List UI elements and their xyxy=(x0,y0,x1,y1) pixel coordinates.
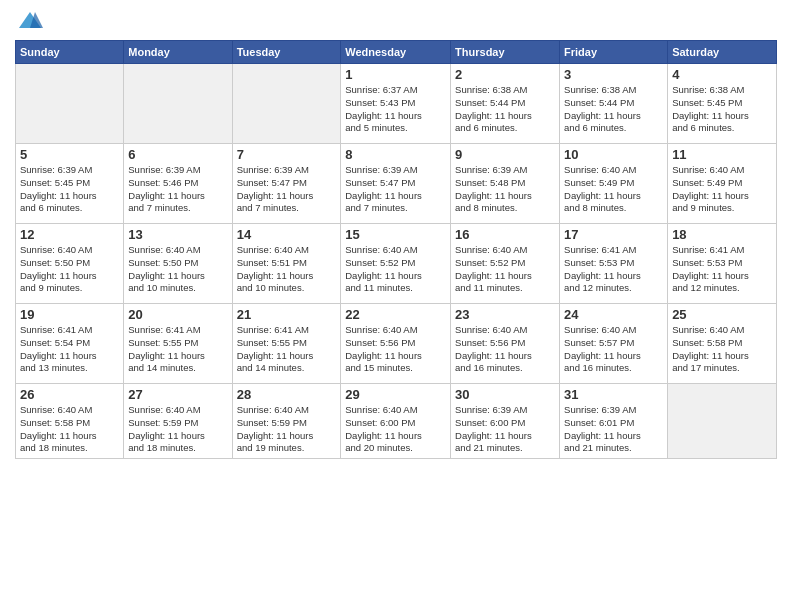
day-number: 23 xyxy=(455,307,555,322)
day-number: 6 xyxy=(128,147,227,162)
day-number: 26 xyxy=(20,387,119,402)
weekday-header-thursday: Thursday xyxy=(451,41,560,64)
day-info: Sunrise: 6:38 AMSunset: 5:45 PMDaylight:… xyxy=(672,84,772,135)
day-info: Sunrise: 6:37 AMSunset: 5:43 PMDaylight:… xyxy=(345,84,446,135)
calendar-day-cell: 25Sunrise: 6:40 AMSunset: 5:58 PMDayligh… xyxy=(668,304,777,384)
calendar-day-cell: 21Sunrise: 6:41 AMSunset: 5:55 PMDayligh… xyxy=(232,304,341,384)
calendar-day-cell: 24Sunrise: 6:40 AMSunset: 5:57 PMDayligh… xyxy=(560,304,668,384)
day-info: Sunrise: 6:40 AMSunset: 5:56 PMDaylight:… xyxy=(345,324,446,375)
page-header xyxy=(15,10,777,32)
day-info: Sunrise: 6:40 AMSunset: 6:00 PMDaylight:… xyxy=(345,404,446,455)
calendar-day-cell: 30Sunrise: 6:39 AMSunset: 6:00 PMDayligh… xyxy=(451,384,560,459)
day-number: 4 xyxy=(672,67,772,82)
day-info: Sunrise: 6:41 AMSunset: 5:53 PMDaylight:… xyxy=(672,244,772,295)
calendar-day-cell: 9Sunrise: 6:39 AMSunset: 5:48 PMDaylight… xyxy=(451,144,560,224)
calendar-day-cell: 27Sunrise: 6:40 AMSunset: 5:59 PMDayligh… xyxy=(124,384,232,459)
day-number: 7 xyxy=(237,147,337,162)
calendar-day-cell: 22Sunrise: 6:40 AMSunset: 5:56 PMDayligh… xyxy=(341,304,451,384)
day-number: 25 xyxy=(672,307,772,322)
day-info: Sunrise: 6:41 AMSunset: 5:54 PMDaylight:… xyxy=(20,324,119,375)
day-number: 19 xyxy=(20,307,119,322)
day-info: Sunrise: 6:40 AMSunset: 5:49 PMDaylight:… xyxy=(564,164,663,215)
calendar-table: SundayMondayTuesdayWednesdayThursdayFrid… xyxy=(15,40,777,459)
calendar-day-cell: 6Sunrise: 6:39 AMSunset: 5:46 PMDaylight… xyxy=(124,144,232,224)
day-number: 16 xyxy=(455,227,555,242)
day-info: Sunrise: 6:39 AMSunset: 6:00 PMDaylight:… xyxy=(455,404,555,455)
calendar-week-5: 26Sunrise: 6:40 AMSunset: 5:58 PMDayligh… xyxy=(16,384,777,459)
weekday-header-friday: Friday xyxy=(560,41,668,64)
calendar-day-cell xyxy=(668,384,777,459)
calendar-day-cell: 19Sunrise: 6:41 AMSunset: 5:54 PMDayligh… xyxy=(16,304,124,384)
day-number: 24 xyxy=(564,307,663,322)
day-number: 12 xyxy=(20,227,119,242)
day-info: Sunrise: 6:41 AMSunset: 5:53 PMDaylight:… xyxy=(564,244,663,295)
day-number: 21 xyxy=(237,307,337,322)
calendar-day-cell: 20Sunrise: 6:41 AMSunset: 5:55 PMDayligh… xyxy=(124,304,232,384)
weekday-header-sunday: Sunday xyxy=(16,41,124,64)
day-info: Sunrise: 6:39 AMSunset: 6:01 PMDaylight:… xyxy=(564,404,663,455)
weekday-header-saturday: Saturday xyxy=(668,41,777,64)
day-info: Sunrise: 6:40 AMSunset: 5:52 PMDaylight:… xyxy=(345,244,446,295)
calendar-day-cell: 11Sunrise: 6:40 AMSunset: 5:49 PMDayligh… xyxy=(668,144,777,224)
weekday-header-row: SundayMondayTuesdayWednesdayThursdayFrid… xyxy=(16,41,777,64)
day-info: Sunrise: 6:41 AMSunset: 5:55 PMDaylight:… xyxy=(128,324,227,375)
calendar-day-cell xyxy=(16,64,124,144)
day-info: Sunrise: 6:40 AMSunset: 5:50 PMDaylight:… xyxy=(20,244,119,295)
day-number: 2 xyxy=(455,67,555,82)
calendar-day-cell: 26Sunrise: 6:40 AMSunset: 5:58 PMDayligh… xyxy=(16,384,124,459)
day-info: Sunrise: 6:40 AMSunset: 5:59 PMDaylight:… xyxy=(237,404,337,455)
weekday-header-monday: Monday xyxy=(124,41,232,64)
calendar-day-cell: 14Sunrise: 6:40 AMSunset: 5:51 PMDayligh… xyxy=(232,224,341,304)
day-info: Sunrise: 6:40 AMSunset: 5:58 PMDaylight:… xyxy=(20,404,119,455)
calendar-day-cell: 1Sunrise: 6:37 AMSunset: 5:43 PMDaylight… xyxy=(341,64,451,144)
calendar-day-cell xyxy=(232,64,341,144)
day-number: 8 xyxy=(345,147,446,162)
day-number: 27 xyxy=(128,387,227,402)
logo xyxy=(15,10,41,32)
day-number: 10 xyxy=(564,147,663,162)
day-info: Sunrise: 6:40 AMSunset: 5:52 PMDaylight:… xyxy=(455,244,555,295)
calendar-day-cell: 18Sunrise: 6:41 AMSunset: 5:53 PMDayligh… xyxy=(668,224,777,304)
day-info: Sunrise: 6:39 AMSunset: 5:45 PMDaylight:… xyxy=(20,164,119,215)
calendar-day-cell: 5Sunrise: 6:39 AMSunset: 5:45 PMDaylight… xyxy=(16,144,124,224)
day-number: 20 xyxy=(128,307,227,322)
calendar-day-cell: 15Sunrise: 6:40 AMSunset: 5:52 PMDayligh… xyxy=(341,224,451,304)
day-info: Sunrise: 6:40 AMSunset: 5:59 PMDaylight:… xyxy=(128,404,227,455)
calendar-day-cell: 17Sunrise: 6:41 AMSunset: 5:53 PMDayligh… xyxy=(560,224,668,304)
day-number: 18 xyxy=(672,227,772,242)
day-number: 31 xyxy=(564,387,663,402)
day-number: 29 xyxy=(345,387,446,402)
day-number: 22 xyxy=(345,307,446,322)
calendar-day-cell: 13Sunrise: 6:40 AMSunset: 5:50 PMDayligh… xyxy=(124,224,232,304)
day-number: 1 xyxy=(345,67,446,82)
day-info: Sunrise: 6:40 AMSunset: 5:57 PMDaylight:… xyxy=(564,324,663,375)
day-number: 15 xyxy=(345,227,446,242)
day-info: Sunrise: 6:39 AMSunset: 5:46 PMDaylight:… xyxy=(128,164,227,215)
calendar-week-4: 19Sunrise: 6:41 AMSunset: 5:54 PMDayligh… xyxy=(16,304,777,384)
calendar-week-1: 1Sunrise: 6:37 AMSunset: 5:43 PMDaylight… xyxy=(16,64,777,144)
logo-icon xyxy=(17,10,43,32)
day-info: Sunrise: 6:38 AMSunset: 5:44 PMDaylight:… xyxy=(564,84,663,135)
day-number: 5 xyxy=(20,147,119,162)
calendar-day-cell: 10Sunrise: 6:40 AMSunset: 5:49 PMDayligh… xyxy=(560,144,668,224)
day-number: 9 xyxy=(455,147,555,162)
day-info: Sunrise: 6:40 AMSunset: 5:58 PMDaylight:… xyxy=(672,324,772,375)
day-number: 17 xyxy=(564,227,663,242)
calendar-week-3: 12Sunrise: 6:40 AMSunset: 5:50 PMDayligh… xyxy=(16,224,777,304)
calendar-day-cell: 7Sunrise: 6:39 AMSunset: 5:47 PMDaylight… xyxy=(232,144,341,224)
calendar-day-cell: 31Sunrise: 6:39 AMSunset: 6:01 PMDayligh… xyxy=(560,384,668,459)
day-number: 30 xyxy=(455,387,555,402)
calendar-day-cell: 8Sunrise: 6:39 AMSunset: 5:47 PMDaylight… xyxy=(341,144,451,224)
day-info: Sunrise: 6:38 AMSunset: 5:44 PMDaylight:… xyxy=(455,84,555,135)
calendar-day-cell: 12Sunrise: 6:40 AMSunset: 5:50 PMDayligh… xyxy=(16,224,124,304)
day-number: 14 xyxy=(237,227,337,242)
day-info: Sunrise: 6:40 AMSunset: 5:56 PMDaylight:… xyxy=(455,324,555,375)
calendar-week-2: 5Sunrise: 6:39 AMSunset: 5:45 PMDaylight… xyxy=(16,144,777,224)
calendar-day-cell: 29Sunrise: 6:40 AMSunset: 6:00 PMDayligh… xyxy=(341,384,451,459)
day-info: Sunrise: 6:39 AMSunset: 5:48 PMDaylight:… xyxy=(455,164,555,215)
calendar-day-cell: 4Sunrise: 6:38 AMSunset: 5:45 PMDaylight… xyxy=(668,64,777,144)
calendar-day-cell xyxy=(124,64,232,144)
day-number: 3 xyxy=(564,67,663,82)
day-info: Sunrise: 6:40 AMSunset: 5:51 PMDaylight:… xyxy=(237,244,337,295)
calendar-day-cell: 2Sunrise: 6:38 AMSunset: 5:44 PMDaylight… xyxy=(451,64,560,144)
